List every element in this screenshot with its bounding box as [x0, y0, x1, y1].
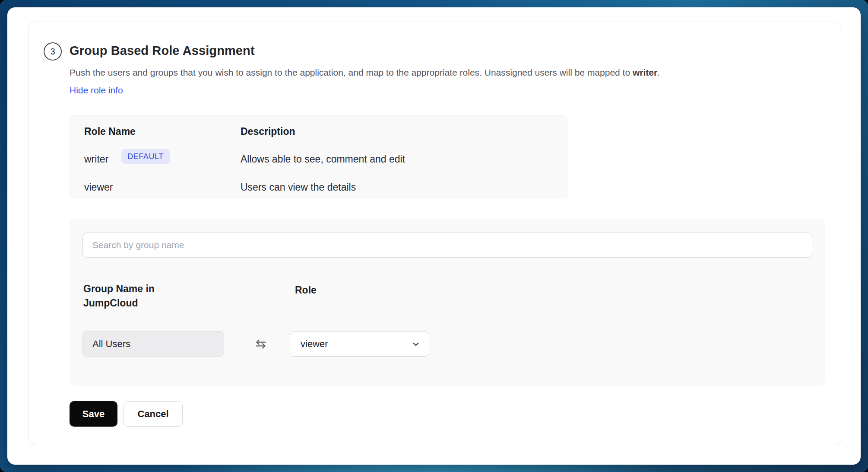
role-assignment-card: 3 Group Based Role Assignment Push the u… [28, 22, 841, 445]
role-row-description: Allows able to see, comment and edit [241, 153, 405, 165]
role-info-table: Role Name Description writer DEFAULT All… [70, 115, 567, 198]
group-mapping-panel: Group Name in JumpCloud Role All Users [70, 219, 825, 386]
page-title: Group Based Role Assignment [70, 44, 255, 58]
default-badge: DEFAULT [121, 149, 170, 164]
role-row-description: Users can view the details [241, 182, 356, 193]
swap-horizontal-icon [254, 338, 267, 351]
page-surface: 3 Group Based Role Assignment Push the u… [7, 7, 861, 465]
save-button[interactable]: Save [70, 401, 117, 427]
description-period: . [657, 67, 660, 77]
cancel-button[interactable]: Cancel [124, 401, 183, 427]
group-search-input[interactable] [82, 233, 812, 258]
group-mapping-row: All Users viewer [82, 331, 429, 357]
role-select[interactable]: viewer [290, 331, 429, 357]
step-description: Push the users and groups that you wish … [70, 67, 834, 78]
role-select-wrapper: viewer [290, 331, 429, 357]
group-name-value: All Users [92, 338, 130, 350]
group-name-field: All Users [82, 331, 224, 357]
hide-role-info-link[interactable]: Hide role info [70, 85, 123, 96]
group-name-column-header: Group Name in JumpCloud [83, 282, 176, 311]
role-column-header: Role [295, 284, 317, 296]
role-row-name: viewer [84, 182, 113, 193]
default-role-name: writer [633, 67, 657, 77]
role-name-column-header: Role Name [84, 126, 136, 137]
step-number: 3 [50, 47, 55, 57]
role-row-name: writer [84, 153, 108, 165]
page-frame: 3 Group Based Role Assignment Push the u… [0, 0, 868, 472]
description-text: Push the users and groups that you wish … [70, 67, 633, 77]
step-number-badge: 3 [44, 42, 62, 61]
description-column-header: Description [241, 126, 295, 137]
